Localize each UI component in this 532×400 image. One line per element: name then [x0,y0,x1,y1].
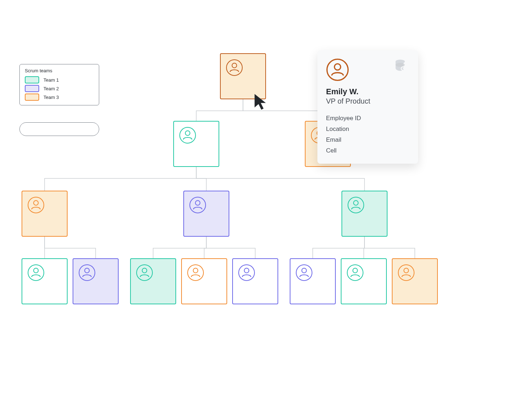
person-icon [78,264,96,283]
org-node-l2a[interactable] [173,121,219,167]
legend-label-team2: Team 2 [43,86,59,91]
org-node-leaf3[interactable] [130,258,176,304]
svg-point-11 [354,201,358,205]
person-icon [136,264,153,283]
detail-field-employee-id: Employee ID [326,115,409,122]
person-icon [295,264,313,283]
org-node-leaf7[interactable] [341,258,387,304]
detail-name: Emily W. [326,87,409,96]
org-node-leaf8[interactable] [392,258,438,304]
legend-swatch-team2 [25,85,39,92]
legend-row-team2: Team 2 [25,85,94,92]
person-icon [398,264,415,283]
person-icon [27,264,45,283]
org-node-leaf6[interactable] [290,258,336,304]
svg-point-19 [193,268,198,273]
legend-title: Scrum teams [25,68,94,73]
svg-point-13 [34,268,38,273]
empty-pill[interactable] [19,122,99,136]
person-icon [187,264,204,283]
person-icon [347,196,364,215]
org-node-leaf1[interactable] [22,258,68,304]
svg-point-25 [353,268,358,273]
org-node-l3a[interactable] [22,191,68,237]
svg-point-27 [404,268,409,273]
org-node-leaf5[interactable] [232,258,278,304]
org-node-l3c[interactable] [341,191,387,237]
person-icon [189,196,206,215]
person-icon [27,196,45,215]
legend-row-team3: Team 3 [25,94,94,101]
svg-point-29 [334,64,340,70]
detail-title: VP of Product [326,97,409,105]
legend-swatch-team3 [25,94,39,101]
connectors [0,0,532,400]
org-node-l3b[interactable] [183,191,229,237]
person-detail-card: Emily W. VP of Product Employee ID Locat… [317,50,418,164]
detail-field-cell: Cell [326,147,409,154]
svg-point-23 [302,268,307,273]
svg-point-7 [34,201,38,205]
person-icon [347,264,364,283]
legend-label-team1: Team 1 [43,77,59,83]
person-icon [238,264,255,283]
detail-field-email: Email [326,136,409,144]
svg-point-15 [85,268,90,273]
svg-point-21 [244,268,249,273]
cursor-arrow-icon [252,93,270,111]
legend-row-team1: Team 1 [25,76,94,83]
legend-box: Scrum teams Team 1 Team 2 Team 3 [19,64,99,105]
svg-point-9 [196,201,200,205]
svg-point-3 [185,131,190,136]
database-link-icon [394,58,409,74]
org-node-leaf4[interactable] [181,258,227,304]
org-node-root[interactable] [220,53,266,99]
svg-point-31 [396,63,405,67]
person-icon [179,127,196,145]
avatar-icon [326,58,349,81]
org-node-leaf2[interactable] [73,258,119,304]
person-icon [226,59,243,78]
detail-field-location: Location [326,126,409,133]
legend-swatch-team1 [25,76,39,83]
legend-label-team3: Team 3 [43,95,59,100]
svg-point-17 [142,268,147,273]
svg-point-1 [232,63,237,68]
